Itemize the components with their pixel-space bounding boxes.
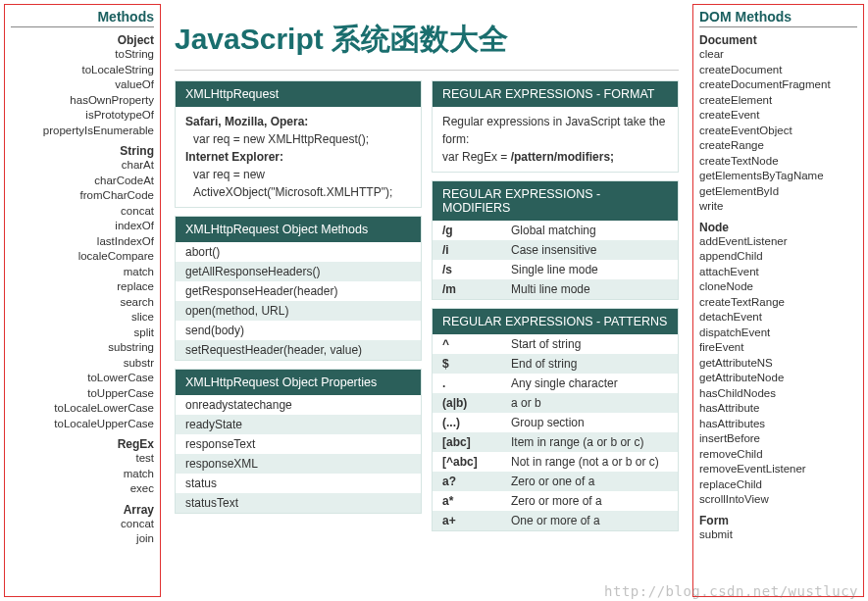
table-row: [abc]Item in range (a or b or c) (433, 432, 678, 452)
method-item: toString (11, 47, 154, 63)
table-row: readyState (176, 415, 421, 434)
method-item: scrollIntoView (699, 492, 857, 508)
row-value: Group section (511, 416, 668, 429)
method-item: fireEvent (699, 340, 857, 356)
method-item: substring (11, 340, 154, 356)
group-head: Document (699, 33, 857, 47)
row-key: (...) (442, 416, 511, 429)
group-body: charAtcharCodeAtfromCharCodeconcatindexO… (11, 158, 154, 431)
row-key: a? (442, 475, 511, 488)
method-item: createEventObject (699, 124, 857, 139)
row-value: Multi line mode (511, 282, 668, 296)
table-row: responseXML (176, 454, 421, 474)
table-row: $End of string (433, 354, 678, 374)
row-key: [^abc] (442, 455, 511, 469)
row-key: [abc] (442, 435, 511, 449)
table-row: send(body) (176, 321, 421, 340)
row-value: Start of string (511, 337, 668, 351)
method-item: createTextRange (699, 295, 857, 311)
method-item: indexOf (11, 219, 154, 234)
method-item: createRange (699, 138, 857, 154)
group-head: String (11, 144, 154, 158)
method-item: search (11, 295, 154, 311)
method-item: getElementById (699, 184, 857, 200)
row-value: Single line mode (511, 263, 668, 276)
row-key: a* (442, 494, 511, 508)
method-item: createTextNode (699, 154, 857, 170)
method-item: detachEvent (699, 310, 857, 326)
page-title: JavaScript 系统函数大全 (175, 4, 679, 71)
table-row: .Any single character (433, 374, 678, 393)
xhr-props-rows: onreadystatechangereadyStateresponseText… (176, 395, 421, 513)
method-item: toLocaleString (11, 63, 154, 78)
method-item: createDocument (699, 63, 857, 78)
table-row: /iCase insensitive (433, 240, 678, 260)
table-row: abort() (176, 242, 421, 262)
table-row: [^abc]Not in range (not a or b or c) (433, 452, 678, 472)
row-value: Not in range (not a or b or c) (511, 455, 668, 469)
re-patterns-card: REGULAR EXPRESSIONS - PATTERNS ^Start of… (432, 308, 679, 531)
group-body: addEventListenerappendChildattachEventcl… (699, 234, 857, 508)
row-key: /i (442, 243, 511, 257)
method-item: propertyIsEnumerable (11, 124, 154, 139)
row-key: a+ (442, 514, 511, 527)
re-modifiers-head: REGULAR EXPRESSIONS - MODIFIERS (433, 181, 678, 221)
table-row: /sSingle line mode (433, 260, 678, 279)
re-format-card: REGULAR EXPRESSIONS - FORMAT Regular exp… (432, 80, 679, 173)
xhr-card-body: Safari, Mozilla, Opera: var req = new XM… (176, 107, 421, 207)
re-patterns-head: REGULAR EXPRESSIONS - PATTERNS (433, 309, 678, 334)
left-column-title: Methods (11, 9, 154, 27)
xhr-code-2b: ActiveXObject("Microsoft.XMLHTTP"); (185, 183, 411, 201)
group-body: submit (699, 527, 857, 543)
method-item: removeChild (699, 447, 857, 463)
re-format-head: REGULAR EXPRESSIONS - FORMAT (433, 81, 678, 107)
method-item: toLocaleLowerCase (11, 401, 154, 417)
table-row: getResponseHeader(header) (176, 281, 421, 301)
method-item: join (11, 531, 154, 547)
method-item: toLocaleUpperCase (11, 417, 154, 432)
re-modifiers-rows: /gGlobal matching/iCase insensitive/sSin… (433, 221, 678, 299)
method-item: toUpperCase (11, 386, 154, 402)
left-groups: ObjecttoStringtoLocaleStringvalueOfhasOw… (11, 33, 154, 547)
method-item: fromCharCode (11, 188, 154, 204)
method-item: replace (11, 279, 154, 295)
method-item: exec (11, 481, 154, 497)
xhr-code-2a: var req = new (185, 166, 411, 183)
table-row: a?Zero or one of a (433, 472, 678, 491)
row-value: Zero or one of a (511, 475, 668, 488)
row-key: . (442, 376, 511, 390)
row-key: (a|b) (442, 396, 511, 410)
table-row: setRequestHeader(header, value) (176, 340, 421, 360)
table-row: (...)Group section (433, 413, 678, 432)
right-column-title: DOM Methods (699, 9, 857, 27)
method-item: slice (11, 310, 154, 326)
group-body: clearcreateDocumentcreateDocumentFragmen… (699, 47, 857, 215)
group-head: Array (11, 503, 154, 517)
table-row: a+One or more of a (433, 511, 678, 530)
table-row: statusText (176, 493, 421, 513)
row-key: /s (442, 263, 511, 276)
method-item: addEventListener (699, 234, 857, 250)
xhr-methods-rows: abort()getAllResponseHeaders()getRespons… (176, 242, 421, 360)
table-row: a*Zero or more of a (433, 491, 678, 511)
group-body: concatjoin (11, 517, 154, 547)
method-item: submit (699, 527, 857, 543)
table-row: (a|b)a or b (433, 393, 678, 413)
table-row: onreadystatechange (176, 395, 421, 415)
re-modifiers-card: REGULAR EXPRESSIONS - MODIFIERS /gGlobal… (432, 180, 679, 300)
xhr-props-head: XMLHttpRequest Object Properties (176, 370, 421, 395)
center-two-columns: XMLHttpRequest Safari, Mozilla, Opera: v… (175, 80, 679, 597)
method-item: getElementsByTagName (699, 169, 857, 184)
re-format-line2: var RegEx = /pattern/modifiers; (442, 148, 668, 166)
right-dom-column: DOM Methods DocumentclearcreateDocumentc… (692, 4, 864, 597)
method-item: getAttributeNS (699, 356, 857, 372)
row-key: ^ (442, 337, 511, 351)
row-value: Case insensitive (511, 243, 668, 257)
method-item: substr (11, 356, 154, 372)
method-item: replaceChild (699, 477, 857, 493)
group-head: Node (699, 221, 857, 234)
left-methods-column: Methods ObjecttoStringtoLocaleStringvalu… (4, 4, 161, 597)
method-item: localeCompare (11, 249, 154, 265)
row-value: One or more of a (511, 514, 668, 527)
method-item: hasAttribute (699, 401, 857, 417)
